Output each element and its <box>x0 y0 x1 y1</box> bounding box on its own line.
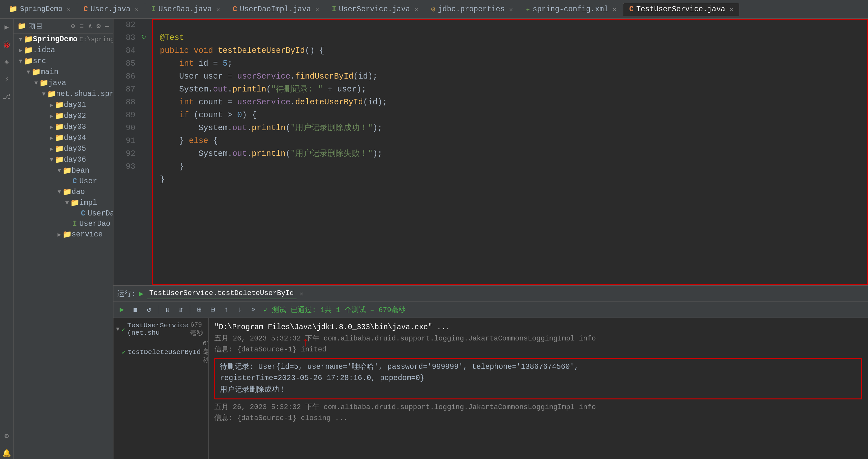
tree-item-root[interactable]: ▼ 📁 SpringDemo E:\spring\JAVA\SpringDem <box>13 34 113 45</box>
tab-close-testuserservice[interactable]: ✕ <box>730 6 733 13</box>
sidebar-header: 📁 项目 ⊕ ≡ ∧ ⚙ — <box>13 19 113 34</box>
run-tree-item-testdeleteuser[interactable]: ✓ testDeleteUserById 679毫秒 <box>114 338 208 366</box>
tab-close-userservice[interactable]: ✕ <box>414 6 418 13</box>
tab-testuserservice[interactable]: C TestUserService.java ✕ <box>623 3 739 16</box>
run-tree-time-delete: 679毫秒 <box>203 340 209 365</box>
tree-label-netshuaispring: net.shuai.spring <box>56 90 114 98</box>
line-numbers: 82 83 84 85 86 87 88 89 90 91 92 93 <box>114 19 139 285</box>
code-content[interactable]: @Test public void testDeleteUserById() {… <box>153 19 868 199</box>
tree-item-java[interactable]: ▼ 📁 java <box>13 78 113 89</box>
tree-item-day01[interactable]: ▶ 📁 day01 <box>13 100 113 110</box>
tab-jdbc[interactable]: ⚙ jdbc.properties ✕ <box>425 3 519 16</box>
down-button[interactable]: ↓ <box>234 304 246 316</box>
console-highlight-line-1: 待删记录: User{id=5, username='哇哈哈', passwor… <box>220 361 857 373</box>
filter-button[interactable]: ⇵ <box>175 304 187 316</box>
tree-item-day02[interactable]: ▶ 📁 day02 <box>13 110 113 122</box>
collapse-button[interactable]: ⊟ <box>207 304 219 316</box>
test-run-gutter-icon[interactable]: ↻ <box>141 32 146 41</box>
java-c-userdaoimpl-icon: C <box>79 209 88 218</box>
more-button[interactable]: » <box>248 304 259 316</box>
tab-springdemo[interactable]: 📁 SpringDemo ✕ <box>3 3 77 16</box>
method-deleteuser: deleteUserById <box>295 98 363 107</box>
tree-item-userdao-iface[interactable]: I UserDao <box>13 219 113 229</box>
debug-icon[interactable]: 🐞 <box>1 39 12 50</box>
tab-userdaoimpl[interactable]: C UserDaoImpl.java ✕ <box>226 3 325 16</box>
console-output[interactable]: "D:\Program Files\Java\jdk1.8.0_333\bin\… <box>209 318 868 459</box>
tab-close-jdbc[interactable]: ✕ <box>509 6 513 13</box>
gutter: ↻ <box>139 19 153 285</box>
tree-item-day03[interactable]: ▶ 📁 day03 <box>13 122 113 132</box>
run-tree-label-delete: testDeleteUserById <box>128 349 201 356</box>
run-panel-tab-close[interactable]: ✕ <box>300 290 303 297</box>
tree-item-service[interactable]: ▶ 📁 service <box>13 229 113 240</box>
run-tree: ▼ ✓ TestUserService (net.shu 679毫秒 ✓ tes… <box>114 318 209 459</box>
tab-close-springconfig[interactable]: ✕ <box>613 6 616 13</box>
tab-springconfig[interactable]: ✦ spring-config.xml ✕ <box>520 3 622 16</box>
num-0: 0 <box>237 110 242 120</box>
stop-button[interactable]: ◼ <box>130 304 141 316</box>
tab-close-springdemo[interactable]: ✕ <box>67 6 70 13</box>
tree-item-day04[interactable]: ▶ 📁 day04 <box>13 132 113 143</box>
tab-userservice[interactable]: I UserService.java ✕ <box>326 3 425 16</box>
folder-icon-dao: 📁 <box>63 188 71 196</box>
tree-item-idea[interactable]: ▶ 📁 .idea <box>13 45 113 56</box>
settings-icon[interactable]: ⚙ <box>1 430 12 441</box>
tree-item-netshuaispring[interactable]: ▼ 📁 net.shuai.spring <box>13 89 113 100</box>
tree-item-user-class[interactable]: C User <box>13 176 113 187</box>
expand-button[interactable]: ⊞ <box>193 304 205 316</box>
tab-close-userdaoimpl[interactable]: ✕ <box>315 6 319 13</box>
notifications-icon[interactable]: 🔔 <box>1 448 12 459</box>
tree-item-main[interactable]: ▼ 📁 main <box>13 67 113 78</box>
tab-close-userjava[interactable]: ✕ <box>135 6 138 13</box>
type-system2: System <box>198 123 227 133</box>
test-status: ✓ 测试 已通过: 1共 1 个测试 – 679毫秒 <box>264 305 405 315</box>
tree-item-day06[interactable]: ▼ 📁 day06 <box>13 154 113 165</box>
tree-label-dao: dao <box>71 188 85 196</box>
play-button[interactable]: ▶ <box>116 304 128 316</box>
tree-label-service: service <box>71 230 103 239</box>
check-icon-service: ✓ <box>122 325 125 333</box>
method-println1: println <box>232 85 266 94</box>
run-tree-item-testuserservice[interactable]: ▼ ✓ TestUserService (net.shu 679毫秒 <box>114 320 208 338</box>
folder-icon-netshuaispring: 📁 <box>47 90 56 99</box>
tab-userjava[interactable]: C User.java ✕ <box>78 3 145 16</box>
rerun-button[interactable]: ↺ <box>143 304 155 316</box>
str-1: "待删记录: " <box>271 85 323 94</box>
run-panel-tab[interactable]: TestUserService.testDeleteUserById <box>147 288 297 299</box>
java-i-icon: I <box>152 5 156 13</box>
run-panel: 运行: ▶ TestUserService.testDeleteUserById… <box>114 285 868 459</box>
folder-icon-day04: 📁 <box>55 133 64 142</box>
run-icon[interactable]: ▶ <box>1 21 12 33</box>
folder-icon-impl: 📁 <box>70 198 79 207</box>
project-icon: 📁 <box>9 5 18 13</box>
console-highlight-line-3: 用户记录删除成功！ <box>220 384 857 396</box>
coverage-icon[interactable]: ◈ <box>1 56 12 68</box>
tree-item-src[interactable]: ▼ 📁 src <box>13 56 113 67</box>
str-success: "用户记录删除成功！" <box>290 123 373 133</box>
tree-label-day04: day04 <box>64 134 86 142</box>
java-c2-icon: C <box>233 5 237 13</box>
up-button[interactable]: ↑ <box>220 304 232 316</box>
tree-item-bean[interactable]: ▼ 📁 bean <box>13 165 113 176</box>
code-editor[interactable]: 82 83 84 85 86 87 88 89 90 91 92 93 ↻ <box>114 19 868 285</box>
java-c-user-icon: C <box>70 177 79 186</box>
tab-close-userdao[interactable]: ✕ <box>216 6 220 13</box>
method-finduser: findUserById <box>295 72 353 81</box>
tree-item-impl[interactable]: ▼ 📁 impl <box>13 197 113 208</box>
run-toolbar: ▶ ◼ ↺ ⇅ ⇵ ⊞ ⊟ ↑ ↓ » ✓ 测试 已通过: 1共 1 个测试 –… <box>114 302 868 318</box>
kw-else: else <box>189 136 208 145</box>
git-icon[interactable]: ⎇ <box>1 91 12 102</box>
java-c-icon: C <box>84 5 88 13</box>
java-c3-icon: C <box>629 5 634 13</box>
tab-userdao[interactable]: I UserDao.java ✕ <box>145 3 226 16</box>
run-label: 运行: <box>117 289 136 299</box>
tree-item-dao[interactable]: ▼ 📁 dao <box>13 187 113 197</box>
folder-icon-day06: 📁 <box>55 155 64 164</box>
folder-icon-day03: 📁 <box>55 122 64 131</box>
tree-label-src: src <box>33 57 46 65</box>
folder-icon-main: 📁 <box>32 68 41 77</box>
sort-button[interactable]: ⇅ <box>161 304 173 316</box>
tree-item-userdaoimpl[interactable]: C UserDaoImpl <box>13 208 113 219</box>
tree-item-day05[interactable]: ▶ 📁 day05 <box>13 143 113 154</box>
profiler-icon[interactable]: ⚡ <box>1 73 12 85</box>
